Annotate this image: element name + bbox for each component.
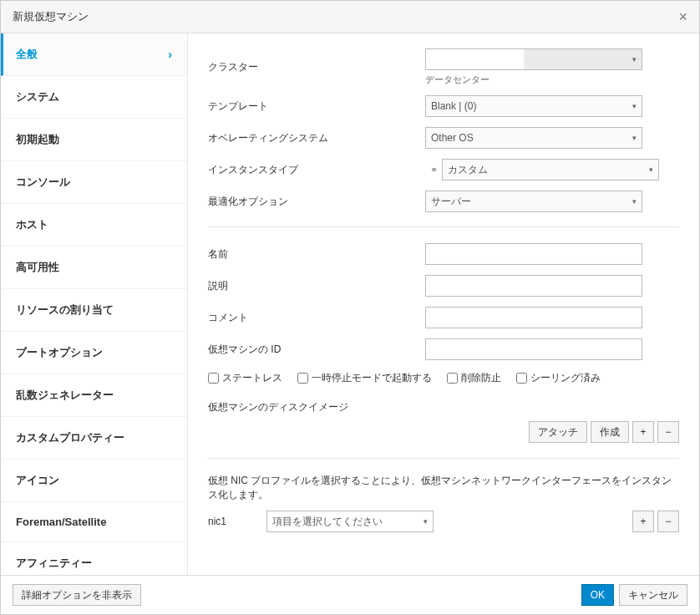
sidebar-item-resource-allocation[interactable]: リソースの割り当て bbox=[1, 289, 187, 332]
sidebar-item-high-availability[interactable]: 高可用性 bbox=[1, 247, 187, 289]
name-label: 名前 bbox=[208, 247, 425, 262]
caret-down-icon: ▾ bbox=[632, 197, 637, 206]
sidebar-item-label: Foreman/Satellite bbox=[16, 516, 106, 528]
caret-down-icon: ▾ bbox=[632, 55, 637, 64]
start-paused-checkbox[interactable] bbox=[297, 373, 308, 384]
sidebar-item-affinity[interactable]: アフィニティー bbox=[1, 542, 187, 575]
delete-protect-checkbox-label[interactable]: 削除防止 bbox=[447, 371, 501, 385]
template-select[interactable]: Blank | (0) ▾ bbox=[425, 95, 642, 117]
sealed-checkbox[interactable] bbox=[516, 373, 527, 384]
stateless-checkbox[interactable] bbox=[208, 373, 219, 384]
sidebar-item-general[interactable]: 全般 › bbox=[1, 33, 187, 76]
hide-advanced-button[interactable]: 詳細オプションを非表示 bbox=[13, 584, 141, 606]
remove-nic-button[interactable]: − bbox=[657, 511, 679, 532]
description-label: 説明 bbox=[208, 279, 425, 293]
sidebar-item-label: 初期起動 bbox=[16, 132, 59, 147]
sidebar-item-label: ホスト bbox=[16, 217, 48, 232]
cancel-button[interactable]: キャンセル bbox=[619, 584, 687, 606]
sidebar-item-custom-properties[interactable]: カスタムプロパティー bbox=[1, 417, 187, 460]
sidebar-item-label: カスタムプロパティー bbox=[16, 430, 124, 445]
cluster-label: クラスター bbox=[208, 60, 425, 74]
stateless-checkbox-label[interactable]: ステートレス bbox=[208, 371, 282, 385]
sidebar-item-label: コンソール bbox=[16, 175, 70, 190]
nic1-label: nic1 bbox=[208, 516, 258, 527]
content-area: クラスター ▾ データセンター テンプレート Blank | (0) ▾ bbox=[188, 33, 699, 575]
nic1-select-placeholder: 項目を選択してください bbox=[272, 515, 383, 529]
description-input[interactable] bbox=[425, 275, 642, 297]
nic-note: 仮想 NIC プロファイルを選択することにより、仮想マシンネットワークインターフ… bbox=[208, 474, 679, 502]
caret-down-icon: ▾ bbox=[632, 134, 637, 142]
comment-label: コメント bbox=[208, 311, 425, 325]
delete-protect-checkbox[interactable] bbox=[447, 373, 458, 384]
sidebar-item-random-generator[interactable]: 乱数ジェネレーター bbox=[1, 374, 187, 417]
vm-id-input[interactable] bbox=[425, 338, 642, 360]
instance-type-value: カスタム bbox=[448, 163, 488, 177]
dialog-title: 新規仮想マシン bbox=[13, 9, 89, 24]
ok-button[interactable]: OK bbox=[581, 584, 614, 606]
add-nic-button[interactable]: + bbox=[632, 511, 654, 532]
disk-image-label: 仮想マシンのディスクイメージ bbox=[208, 400, 679, 414]
attach-button[interactable]: アタッチ bbox=[529, 421, 587, 443]
add-disk-button[interactable]: + bbox=[632, 421, 654, 443]
sidebar-item-label: システム bbox=[16, 89, 59, 104]
comment-input[interactable] bbox=[425, 307, 642, 328]
sidebar-item-icon[interactable]: アイコン bbox=[1, 460, 187, 502]
sidebar: 全般 › システム 初期起動 コンソール ホスト 高可用性 リソースの割り当て … bbox=[1, 33, 188, 575]
datacenter-sublabel: データセンター bbox=[425, 74, 679, 86]
sidebar-item-host[interactable]: ホスト bbox=[1, 204, 187, 247]
sidebar-item-foreman-satellite[interactable]: Foreman/Satellite bbox=[1, 502, 187, 542]
optimize-value: サーバー bbox=[431, 195, 471, 209]
template-label: テンプレート bbox=[208, 99, 425, 114]
dialog-header: 新規仮想マシン × bbox=[1, 1, 699, 33]
chain-link-icon: ⚭ bbox=[425, 165, 442, 175]
optimize-label: 最適化オプション bbox=[208, 195, 425, 209]
sidebar-item-label: リソースの割り当て bbox=[16, 302, 114, 318]
sealed-checkbox-label[interactable]: シーリング済み bbox=[516, 371, 601, 385]
os-select[interactable]: Other OS ▾ bbox=[425, 127, 642, 149]
os-label: オペレーティングシステム bbox=[208, 131, 425, 145]
sidebar-item-system[interactable]: システム bbox=[1, 76, 187, 119]
new-vm-dialog: 新規仮想マシン × 全般 › システム 初期起動 コンソール ホスト 高可用性 … bbox=[0, 0, 700, 615]
instance-type-select[interactable]: カスタム ▾ bbox=[442, 159, 659, 180]
caret-down-icon: ▾ bbox=[649, 165, 653, 174]
divider bbox=[208, 458, 679, 459]
cluster-select[interactable]: ▾ bbox=[425, 48, 642, 70]
sidebar-item-label: ブートオプション bbox=[16, 345, 103, 360]
create-button[interactable]: 作成 bbox=[591, 421, 629, 443]
os-value: Other OS bbox=[431, 132, 474, 144]
start-paused-checkbox-label[interactable]: 一時停止モードで起動する bbox=[297, 371, 432, 385]
caret-down-icon: ▾ bbox=[424, 517, 428, 526]
optimize-select[interactable]: サーバー ▾ bbox=[425, 191, 642, 212]
sidebar-item-boot-options[interactable]: ブートオプション bbox=[1, 332, 187, 374]
divider bbox=[208, 226, 679, 227]
sidebar-item-console[interactable]: コンソール bbox=[1, 161, 187, 204]
remove-disk-button[interactable]: − bbox=[657, 421, 679, 443]
sidebar-item-label: 乱数ジェネレーター bbox=[16, 388, 114, 403]
instance-type-label: インスタンスタイプ bbox=[208, 163, 425, 177]
sidebar-item-initial-run[interactable]: 初期起動 bbox=[1, 119, 187, 161]
chevron-right-icon: › bbox=[168, 48, 172, 61]
dialog-footer: 詳細オプションを非表示 OK キャンセル bbox=[1, 575, 699, 614]
template-value: Blank | (0) bbox=[431, 100, 476, 112]
sidebar-item-label: アフィニティー bbox=[16, 556, 92, 571]
nic1-select[interactable]: 項目を選択してください ▾ bbox=[266, 511, 434, 532]
name-input[interactable] bbox=[425, 243, 642, 265]
caret-down-icon: ▾ bbox=[632, 102, 637, 110]
close-icon[interactable]: × bbox=[678, 9, 687, 24]
sidebar-item-label: 全般 bbox=[16, 47, 38, 62]
sidebar-item-label: 高可用性 bbox=[16, 260, 59, 275]
vm-id-label: 仮想マシンの ID bbox=[208, 343, 425, 357]
sidebar-item-label: アイコン bbox=[16, 473, 59, 488]
